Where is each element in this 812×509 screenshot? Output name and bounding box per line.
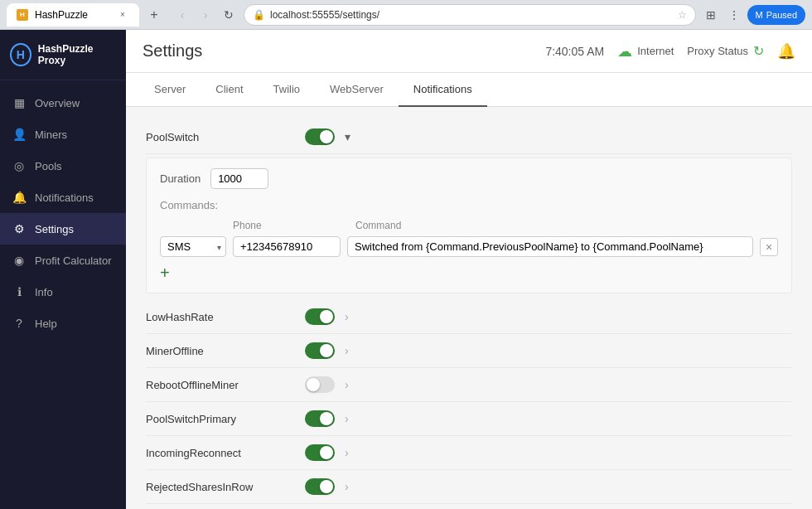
settings-panel: PoolSwitch ▾ Duration Commands: Ph (126, 107, 812, 509)
reboot-offline-miner-knob (307, 378, 320, 391)
pool-switch-expand-icon[interactable]: ▾ (345, 130, 350, 143)
header-right: 7:40:05 AM ☁ Internet Proxy Status ↻ 🔔 (545, 42, 795, 61)
sidebar-label-profit-calculator: Profit Calculator (35, 254, 111, 267)
browser-chrome: H HashPuzzle × + ‹ › ↻ 🔒 localhost:55555… (0, 0, 812, 30)
menu-button[interactable]: ⋮ (724, 5, 744, 25)
browser-tab[interactable]: H HashPuzzle × (7, 3, 139, 27)
proxy-refresh-icon[interactable]: ↻ (753, 43, 764, 59)
tab-notifications[interactable]: Notifications (399, 73, 487, 107)
incoming-reconnect-toggle[interactable] (305, 444, 335, 461)
col-header-command: Command (355, 220, 778, 231)
sidebar-item-notifications[interactable]: 🔔 Notifications (0, 182, 126, 213)
rejected-shares-in-row-row: RejectedSharesInRow › (146, 470, 792, 504)
rejected-shares-knob (320, 480, 333, 493)
reboot-offline-miner-label: RebootOfflineMiner (146, 379, 295, 391)
rejected-shares-toggle[interactable] (305, 478, 335, 495)
tab-client[interactable]: Client (201, 73, 258, 107)
commands-row: SMS × (160, 236, 778, 257)
logo-icon: H (10, 43, 31, 66)
low-hash-rate-toggle[interactable] (305, 308, 335, 325)
duration-row: Duration (160, 168, 778, 189)
incoming-reconnect-knob (320, 446, 333, 459)
forward-button[interactable]: › (196, 5, 215, 25)
sidebar-item-help[interactable]: ? Help (0, 308, 126, 339)
col-header-type (160, 220, 226, 231)
notification-bell-icon[interactable]: 🔔 (777, 42, 795, 61)
sidebar-item-pools[interactable]: ◎ Pools (0, 150, 126, 182)
sidebar-label-help: Help (35, 318, 57, 330)
refresh-button[interactable]: ↻ (219, 5, 239, 25)
new-tab-button[interactable]: + (144, 5, 164, 25)
profile-button[interactable]: M Paused (747, 5, 805, 25)
notifications-icon: 🔔 (12, 190, 27, 205)
pool-switch-label: PoolSwitch (146, 131, 295, 143)
incoming-reconnect-label: IncomingReconnect (146, 447, 295, 459)
current-time: 7:40:05 AM (545, 45, 604, 58)
back-button[interactable]: ‹ (172, 5, 192, 25)
miner-offline-expand-icon[interactable]: › (345, 344, 349, 357)
low-hash-rate-expand-icon[interactable]: › (345, 310, 349, 323)
tab-server[interactable]: Server (139, 73, 201, 107)
reboot-offline-miner-expand-icon[interactable]: › (345, 378, 349, 391)
proxy-status-label: Proxy Status (687, 45, 748, 57)
sidebar-item-settings[interactable]: ⚙ Settings (0, 213, 126, 245)
add-command-button[interactable]: + (160, 264, 170, 283)
pool-switch-toggle[interactable] (305, 128, 335, 145)
sidebar-navigation: ▦ Overview 👤 Miners ◎ Pools 🔔 Notificati… (0, 80, 126, 509)
sidebar-logo: H HashPuzzle Proxy (0, 30, 126, 80)
tab-close-button[interactable]: × (116, 8, 129, 22)
rejected-shares-label: RejectedSharesInRow (146, 481, 295, 493)
sidebar-item-miners[interactable]: 👤 Miners (0, 119, 126, 150)
pool-switch-primary-expand-icon[interactable]: › (345, 412, 349, 425)
sidebar-label-overview: Overview (35, 97, 80, 109)
tab-webserver[interactable]: WebServer (315, 73, 399, 107)
rejected-shares-expand-icon[interactable]: › (345, 480, 349, 493)
url-text: localhost:55555/settings/ (270, 9, 673, 21)
low-hash-rate-row: LowHashRate › (146, 300, 792, 334)
tab-twilio[interactable]: Twilio (259, 73, 316, 107)
phone-input[interactable] (233, 236, 341, 257)
sidebar-label-settings: Settings (35, 223, 74, 235)
sidebar-label-miners: Miners (35, 128, 67, 141)
sidebar: H HashPuzzle Proxy ▦ Overview 👤 Miners ◎… (0, 30, 126, 509)
extensions-button[interactable]: ⊞ (701, 5, 721, 25)
miner-offline-label: MinerOffline (146, 345, 295, 357)
internet-cloud-icon: ☁ (617, 42, 632, 61)
command-input[interactable] (347, 236, 753, 257)
incoming-reconnect-expand-icon[interactable]: › (345, 446, 349, 459)
commands-label: Commands: (160, 199, 778, 211)
notifications-panel: PoolSwitch ▾ Duration Commands: Ph (126, 107, 812, 509)
sms-select-wrap: SMS (160, 236, 226, 257)
miners-icon: 👤 (12, 127, 27, 142)
settings-tabs: Server Client Twilio WebServer Notificat… (126, 73, 812, 107)
sidebar-label-pools: Pools (35, 160, 62, 172)
help-icon: ? (12, 316, 27, 331)
pool-switch-primary-row: PoolSwitchPrimary › (146, 402, 792, 436)
internet-label: Internet (637, 45, 674, 57)
miner-offline-knob (320, 344, 333, 357)
sidebar-label-info: Info (35, 286, 53, 298)
pool-switch-row: PoolSwitch ▾ (146, 120, 792, 154)
col-header-phone: Phone (233, 220, 349, 231)
sidebar-item-overview[interactable]: ▦ Overview (0, 87, 126, 119)
duration-input[interactable] (210, 168, 268, 189)
browser-navigation: ‹ › ↻ (172, 5, 239, 25)
logo-text: HashPuzzle Proxy (38, 43, 116, 66)
pool-switch-primary-label: PoolSwitchPrimary (146, 413, 295, 425)
sidebar-item-info[interactable]: ℹ Info (0, 276, 126, 308)
reboot-offline-miner-toggle[interactable] (305, 376, 335, 393)
internet-status: ☁ Internet (617, 42, 674, 61)
delete-command-button[interactable]: × (760, 238, 778, 256)
address-bar[interactable]: 🔒 localhost:55555/settings/ ☆ (244, 4, 696, 26)
sidebar-item-profit-calculator[interactable]: ◉ Profit Calculator (0, 245, 126, 276)
info-icon: ℹ (12, 284, 27, 299)
header: Settings 7:40:05 AM ☁ Internet Proxy Sta… (126, 30, 812, 73)
pool-switch-primary-knob (320, 412, 333, 425)
main-content: Settings 7:40:05 AM ☁ Internet Proxy Sta… (126, 30, 812, 509)
sms-type-select[interactable]: SMS (160, 236, 226, 257)
miner-offline-toggle[interactable] (305, 342, 335, 359)
overview-icon: ▦ (12, 95, 27, 110)
profile-label: Paused (766, 10, 797, 20)
commands-table-header: Phone Command (160, 218, 778, 233)
pool-switch-primary-toggle[interactable] (305, 410, 335, 427)
